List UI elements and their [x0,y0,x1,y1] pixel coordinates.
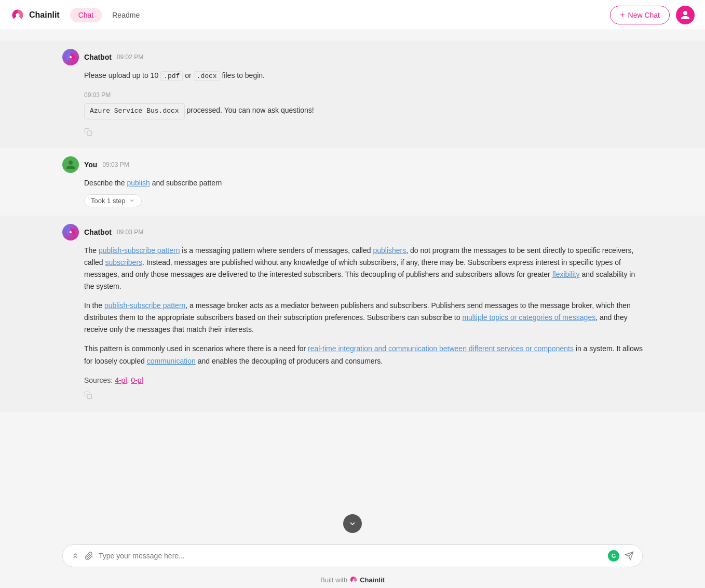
message-group-bot-1: Chatbot 09:02 PM Please upload up to 10 … [0,41,705,148]
pub-sub-link-2: publish-subscribe pattern [104,301,185,310]
message-header-bot-2: Chatbot 09:03 PM [62,224,643,240]
copy-button-1[interactable] [84,127,643,140]
new-chat-label: New Chat [628,11,660,19]
nav-tabs: Chat Readme [70,8,148,22]
bot-message-body-1: Please upload up to 10 .pdf or .docx fil… [84,70,643,140]
code-docx: .docx [194,71,220,81]
user-message-body: Describe the publish and subscribe patte… [84,177,643,207]
user-msg-avatar-1 [62,156,79,173]
scroll-btn-area [0,509,705,538]
input-area: G [0,538,705,571]
sub-message-text-1: Azure Service Bus.docx processed. You ca… [84,103,643,123]
chevron-down-scroll-icon [348,519,357,528]
scroll-to-bottom-button[interactable] [343,514,362,533]
new-chat-button[interactable]: + New Chat [610,6,670,24]
svg-point-7 [353,579,355,581]
copy-button-2[interactable] [84,390,643,404]
attach-button[interactable] [85,552,93,560]
svg-point-3 [70,231,72,233]
bot-avatar-1 [62,49,79,65]
user-icon [680,10,690,20]
svg-point-1 [70,56,72,58]
chainlit-logo-icon [10,8,25,22]
message-input[interactable] [99,552,603,560]
user-sender-name: You [84,161,97,169]
chat-empty-space [0,412,705,479]
plus-icon: + [620,10,625,20]
sources-line: Sources: 4-pl, 0-pl [84,375,643,386]
chat-area: Chatbot 09:02 PM Please upload up to 10 … [0,30,705,509]
bot-para-2: In the publish-subscribe pattern, a mess… [84,300,643,336]
steps-badge[interactable]: Took 1 step [84,194,142,207]
bot-timestamp-2: 09:03 PM [117,229,143,236]
source-link-4pl[interactable]: 4-pl [115,376,127,384]
user-avatar-button[interactable] [676,6,695,24]
app-logo: Chainlit [10,8,60,22]
footer-brand: Chainlit [349,576,385,584]
bot-para-3: This pattern is commonly used in scenari… [84,343,643,367]
grammarly-icon: G [608,550,619,562]
message-header-bot-1: Chatbot 09:02 PM [62,49,643,65]
bot-avatar-icon [65,51,76,63]
subscribers-link: subscribers [105,258,142,266]
bot-sender-name-1: Chatbot [84,53,112,61]
user-timestamp: 09:03 PM [102,161,129,168]
chevrons-up-icon [71,552,79,560]
copy-icon-svg-2 [84,391,92,399]
input-box: G [62,544,643,567]
message-group-bot-2: Chatbot 09:03 PM The publish-subscribe p… [0,216,705,412]
realtime-link: real-time integration and communication … [308,344,574,353]
message-header-user-1: You 09:03 PM [62,156,643,173]
svg-rect-2 [87,131,92,136]
multiple-topics-link: multiple topics or categories of message… [462,313,595,322]
footer-brand-name: Chainlit [360,576,385,584]
bot-message-body-2: The publish-subscribe pattern is a messa… [84,245,643,404]
steps-label: Took 1 step [91,197,126,205]
publish-link: publish [127,179,150,187]
filename-code: Azure Service Bus.docx [84,103,185,119]
bot-msg-text-1: Please upload up to 10 .pdf or .docx fil… [84,71,265,79]
footer: Built with Chainlit [0,571,705,588]
tab-chat[interactable]: Chat [70,8,102,22]
send-button[interactable] [625,551,634,560]
bot-avatar-icon-2 [65,226,76,238]
bot-avatar-2 [62,224,79,240]
sub-message-1: 09:03 PM Azure Service Bus.docx processe… [84,88,643,123]
user-msg-icon [65,159,76,170]
communication-link: communication [147,357,196,365]
paperclip-icon [85,552,93,560]
bot-timestamp-1: 09:02 PM [117,54,143,61]
code-pdf: .pdf [160,71,183,81]
flexibility-link: flexibility [552,270,580,278]
built-with-text: Built with [320,576,347,584]
bot-sender-name-2: Chatbot [84,228,112,236]
pub-sub-link-1: publish-subscribe pattern [99,246,180,255]
send-icon [625,551,634,560]
source-link-0pl[interactable]: 0-pl [131,376,143,384]
copy-icon-svg [84,128,92,136]
svg-rect-4 [87,394,92,399]
app-header: Chainlit Chat Readme + New Chat [0,0,705,30]
footer-chainlit-icon [349,576,358,584]
user-message-text: Describe the publish and subscribe patte… [84,179,222,187]
processed-text: processed. You can now ask questions! [187,106,314,114]
message-group-user-1: You 09:03 PM Describe the publish and su… [0,148,705,215]
tab-readme[interactable]: Readme [104,8,148,22]
svg-point-0 [16,13,20,17]
scroll-up-button[interactable] [71,552,79,560]
bot-para-1: The publish-subscribe pattern is a messa… [84,245,643,292]
publishers-link: publishers [373,246,406,255]
chevron-down-icon [129,197,135,204]
logo-text: Chainlit [29,10,60,20]
sub-timestamp-1: 09:03 PM [84,90,643,100]
sources-label: Sources: [84,376,115,384]
